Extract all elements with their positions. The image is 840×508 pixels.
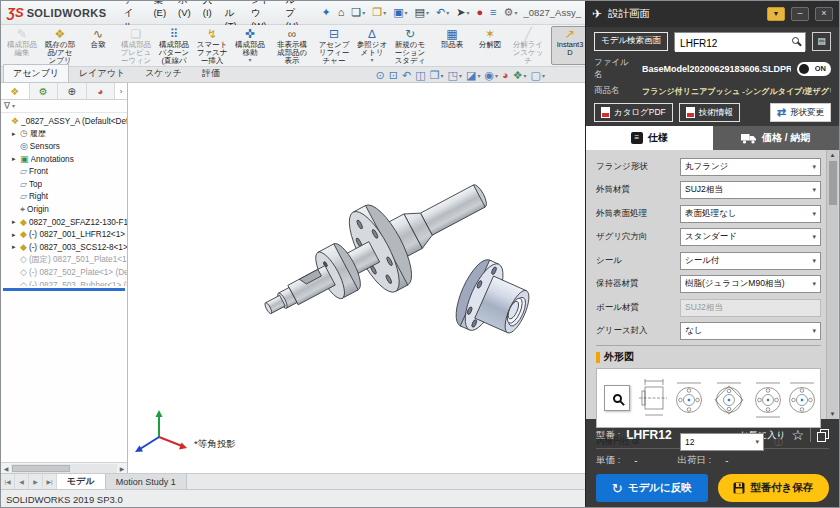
tree-item[interactable]: ▸▣Annotations (1, 153, 127, 166)
thumbnail-zoom-button[interactable] (604, 385, 630, 411)
bill-of-materials-button[interactable]: ▦部品表 (433, 26, 471, 65)
exploded-view-button[interactable]: ✶分解図 (471, 26, 509, 65)
flange-shape-select[interactable]: 丸フランジ▾ (680, 158, 821, 176)
minimize-button[interactable]: – (791, 7, 809, 21)
commandmanager-tab-1[interactable]: アセンブリ (3, 64, 69, 82)
inner-diameter-select[interactable]: 12 ▾ (680, 433, 764, 451)
insert-component-button[interactable]: ❖既存の部品/アセンブリ▾ (41, 26, 79, 65)
dropdown-caret[interactable]: ▾ (405, 10, 408, 16)
tree-item[interactable]: ⌖Origin (1, 203, 127, 216)
assembly-features-button[interactable]: ⊟アセンブリフィーチャー▾ (315, 26, 353, 65)
commandmanager-tab-4[interactable]: 評価 (192, 64, 230, 82)
model-tab-nav-3[interactable]: ▶ (29, 474, 43, 489)
model-search-button[interactable]: モデル検索画面 (594, 32, 668, 51)
dropdown-caret[interactable]: ▾ (812, 211, 816, 217)
edit-appearance-button[interactable]: ◕ (502, 70, 509, 81)
panel-vertical-scrollbar[interactable]: ▲ ▼ (826, 150, 838, 419)
open-button[interactable]: ❐▾ (370, 6, 388, 19)
pin-button[interactable]: ✦ (319, 6, 332, 19)
hide-show-items-button[interactable]: ◉▾ (484, 70, 498, 81)
tree-item[interactable]: ◎Sensors (1, 140, 127, 153)
view-orientation-button[interactable]: ◳▾ (448, 70, 462, 81)
model-3d[interactable] (128, 83, 587, 458)
memo-icon[interactable]: ▤ (812, 32, 831, 51)
dropdown-caret[interactable]: ▾ (459, 73, 462, 79)
rebuild-button[interactable]: ● (474, 6, 485, 19)
apply-scene-button[interactable]: ❖▾ (513, 70, 527, 81)
zoom-fit-button[interactable]: ⊙ (376, 70, 385, 81)
catalog-pdf-button[interactable]: カタログPDF (594, 103, 673, 122)
dropdown-caret[interactable]: ▾ (812, 258, 816, 264)
tree-item[interactable]: ▱Top (1, 178, 127, 191)
close-button[interactable]: × (815, 7, 833, 21)
model-tab-nav-4[interactable]: ▶| (43, 474, 57, 489)
dropdown-caret[interactable]: ▾ (370, 57, 373, 63)
counterbore-direction-select[interactable]: スタンダード▾ (680, 228, 821, 246)
tree-item[interactable]: ❖_0827_ASSY_A (Default<Default_Displ (1, 115, 127, 128)
dropdown-caret[interactable]: ▾ (12, 103, 15, 109)
home-button[interactable]: ⌂ (336, 6, 347, 19)
expand-arrow[interactable]: ▸ (12, 243, 18, 251)
3d-viewport[interactable]: *等角投影 (128, 83, 587, 473)
dropdown-caret[interactable]: ▾ (542, 73, 545, 79)
tab-price-delivery[interactable]: 価格 / 納期 (713, 126, 840, 150)
expand-arrow[interactable]: ▸ (12, 130, 18, 138)
new-document-button[interactable]: ❏▾ (349, 6, 367, 19)
model-tab-nav-1[interactable]: |◀ (1, 474, 15, 489)
mate-button[interactable]: ∿合致 (79, 26, 117, 65)
tab-model[interactable]: モデル (57, 474, 106, 489)
tree-item[interactable]: ▱Front (1, 165, 127, 178)
model-tab-nav-2[interactable]: ◀ (15, 474, 29, 489)
tab-spec[interactable]: ≡ 仕様 (586, 126, 713, 150)
propertymanager-tab[interactable]: ⚙ (30, 83, 59, 99)
dropdown-caret[interactable]: ▾ (426, 10, 429, 16)
tab-motion-study-1[interactable]: Motion Study 1 (106, 474, 187, 489)
grease-select[interactable]: なし▾ (680, 322, 821, 340)
featuremanager-tab[interactable]: ❖ (1, 83, 30, 99)
dropdown-caret[interactable]: ▾ (755, 439, 759, 445)
tree-item[interactable]: ▸◆(-) 0827_001_LHFR12<1> (Default (1, 228, 127, 241)
dropdown-caret[interactable]: ▾ (446, 10, 449, 16)
tree-item[interactable]: ▸◆0827_002_SFAZ12-130-F10-B8-P6- (1, 216, 127, 229)
dropdown-caret[interactable]: ▾ (495, 73, 498, 79)
zoom-area-button[interactable]: ⊡ (389, 70, 398, 81)
tree-item[interactable]: ◇(-) 0827_502_Plate<1> (Default) (1, 266, 127, 279)
tree-filter[interactable]: ∇ ▾ (1, 100, 127, 113)
reference-geometry-button[interactable]: ∆参照ジオメトリ▾ (353, 26, 391, 65)
save-with-part-number-button[interactable]: 型番付き保存 (718, 474, 830, 502)
commandmanager-tab-3[interactable]: スケッチ (135, 64, 192, 82)
dropdown-caret[interactable]: ▾ (477, 73, 480, 79)
outline-drawing[interactable] (637, 371, 815, 425)
scroll-up-icon[interactable]: ▲ (830, 150, 836, 160)
surface-treatment-select[interactable]: 表面処理なし▾ (680, 205, 821, 223)
new-motion-study-button[interactable]: ↻新規のモーションスタディ (391, 26, 429, 65)
dropdown-caret[interactable]: ▾ (812, 187, 816, 193)
dropdown-caret[interactable]: ▾ (383, 10, 386, 16)
dropdown-caret[interactable]: ▾ (514, 10, 517, 16)
dropdown-caret[interactable]: ▾ (812, 164, 816, 170)
view-settings-button[interactable]: ▢▾ (531, 70, 545, 81)
dropdown-caret[interactable]: ▾ (248, 57, 251, 63)
dropdown-caret[interactable]: ▾ (362, 10, 365, 16)
print-button[interactable]: ▤▾ (413, 6, 431, 19)
seal-select[interactable]: シール付▾ (680, 252, 821, 270)
display-pane-button[interactable]: ❐▾ (430, 70, 444, 81)
scrollbar-track[interactable] (11, 464, 117, 473)
tree-item[interactable]: ◇(-) 0827_503_Rubber<1> (Default) (1, 279, 127, 286)
display-style-button[interactable]: ◪▾ (466, 70, 480, 81)
search-icon[interactable] (792, 37, 799, 44)
change-shape-button[interactable]: ⇄ 形状変更 (770, 103, 831, 122)
tree-item[interactable]: ▸◆(-) 0827_003_SCS12-8<1> (Default (1, 241, 127, 254)
on-off-toggle[interactable]: ON (797, 62, 831, 76)
configurationmanager-tab[interactable]: ⊕ (58, 83, 87, 99)
undo-button[interactable]: ↶▾ (434, 6, 451, 19)
tree-item[interactable]: ▸◷履歴 (1, 128, 127, 141)
dropdown-caret[interactable]: ▾ (466, 10, 469, 16)
scroll-left-icon[interactable]: ◀ (1, 465, 11, 472)
retainer-material-select[interactable]: 樹脂(ジュラコンM90相当)▾ (680, 275, 821, 293)
search-input[interactable] (675, 35, 805, 52)
tech-info-button[interactable]: 技術情報 (679, 103, 740, 122)
apply-to-model-button[interactable]: ↻ モデルに反映 (596, 474, 708, 502)
linear-component-pattern-button[interactable]: ⠿構成部品パターン(直線パターン)▾ (155, 26, 193, 65)
options-gear-button[interactable]: ⚙▾ (502, 6, 520, 19)
